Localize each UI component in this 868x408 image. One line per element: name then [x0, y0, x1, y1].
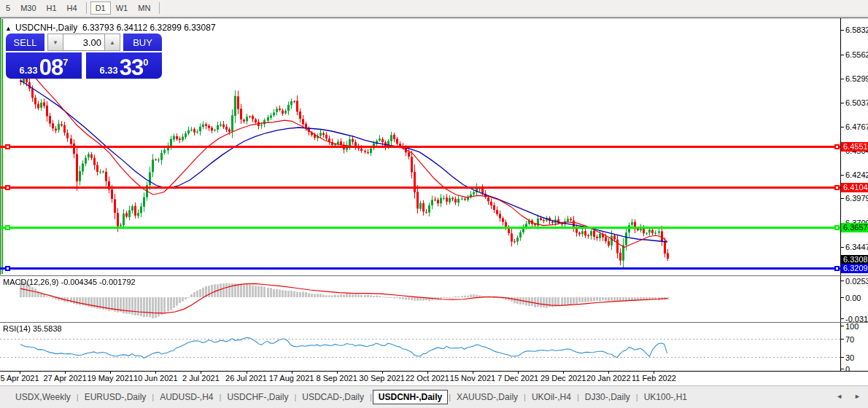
price-tick-mark — [841, 55, 844, 55]
rsi-tick-mark — [841, 326, 844, 326]
price-tick-mark — [841, 247, 844, 248]
rsi-panel-splitter[interactable] — [0, 322, 868, 323]
sell-price-prefix: 6.33 — [19, 65, 37, 76]
date-tick-label: 11 Feb 2022 — [628, 374, 679, 382]
date-tick-label: 20 Jan 2022 — [583, 374, 634, 382]
lot-decrease-button[interactable]: ▼ — [47, 34, 63, 51]
tab-separator: | — [577, 393, 579, 401]
sell-price-display[interactable]: 6.33 08 7 — [6, 52, 82, 79]
tab-scroll-arrows: ◄ ► — [836, 393, 861, 400]
date-tick-label: 22 Oct 2021 — [402, 374, 453, 382]
chart-tab-usdchf-daily[interactable]: USDCHF-,Daily — [222, 391, 293, 404]
price-level-badge-6.32098: 6.32098 — [841, 264, 868, 273]
tab-separator: | — [370, 393, 372, 401]
level-line-handle[interactable] — [834, 185, 840, 190]
rsi-indicator-canvas[interactable] — [0, 323, 840, 371]
macd-tick-mark — [841, 318, 844, 319]
price-tick-label: 6.39795 — [845, 194, 868, 203]
macd-panel-splitter[interactable] — [0, 275, 868, 276]
date-tick-label: 27 Apr 2021 — [39, 374, 90, 382]
horizontal-level-line-6.45515[interactable] — [0, 146, 840, 148]
horizontal-level-line-6.36570[interactable] — [0, 227, 840, 229]
date-axis[interactable]: 5 Apr 202127 Apr 202119 May 202110 Jun 2… — [0, 371, 868, 385]
level-line-handle[interactable] — [834, 266, 840, 271]
period-button-D1[interactable]: D1 — [90, 1, 111, 15]
chart-tab-usdx-weekly[interactable]: USDX,Weekly — [10, 391, 76, 404]
chart-tab-usdcnh-daily[interactable]: USDCNH-,Daily — [373, 390, 448, 404]
level-line-handle[interactable] — [5, 225, 10, 230]
date-tick-label: 10 Jun 2021 — [130, 374, 181, 382]
price-tick-mark — [841, 79, 844, 79]
chart-tab-eurusd-daily[interactable]: EURUSD-,Daily — [80, 391, 152, 404]
rsi-tick-mark — [841, 339, 844, 340]
macd-indicator-label: MACD(12,26,9) -0.004345 -0.001792 — [3, 278, 136, 286]
tab-separator: | — [152, 393, 154, 401]
period-button-MN[interactable]: MN — [133, 1, 155, 15]
chart-tab-ukoil-h4[interactable]: UKOil-,H4 — [527, 391, 576, 404]
macd-tick-label: 0.025357 — [845, 277, 868, 286]
level-line-handle[interactable] — [5, 144, 10, 149]
period-button-H1[interactable]: H1 — [42, 1, 62, 15]
period-button-5[interactable]: 5 — [1, 1, 15, 15]
tab-scroll-right-icon[interactable]: ► — [854, 393, 861, 400]
price-level-badge-6.45515: 6.45515 — [841, 142, 868, 152]
price-tick-label: 6.42420 — [845, 170, 868, 179]
macd-tick-mark — [841, 280, 844, 281]
toolbar-separator — [86, 2, 87, 14]
date-tick-label: 15 Nov 2021 — [447, 374, 498, 382]
date-tick-label: 26 Jul 2021 — [221, 374, 272, 382]
sell-button[interactable]: SELL — [6, 34, 44, 51]
level-line-handle[interactable] — [5, 185, 10, 190]
buy-price-pip: 0 — [143, 57, 148, 68]
rsi-indicator-label: RSI(14) 35.5838 — [3, 324, 62, 333]
chart-tab-xauusd-daily[interactable]: XAUUSD-,Daily — [452, 391, 523, 404]
rsi-tick-label: 30 — [845, 353, 854, 362]
period-button-M30[interactable]: M30 — [15, 1, 41, 15]
date-tick-label: 29 Dec 2021 — [538, 374, 589, 382]
chart-tab-usdcad-daily[interactable]: USDCAD-,Daily — [297, 391, 369, 404]
date-tick-label: 19 May 2021 — [85, 374, 136, 382]
price-tick-mark — [841, 127, 844, 128]
rsi-tick-mark — [841, 357, 844, 358]
macd-tick-label: 0.00 — [845, 294, 861, 302]
price-tick-mark — [841, 103, 844, 103]
buy-button[interactable]: BUY — [123, 34, 162, 51]
timeframe-toolbar: 5M30H1H4D1W1MN — [0, 0, 868, 17]
price-level-badge-6.41043: 6.41043 — [841, 183, 868, 192]
buy-price-prefix: 6.33 — [99, 65, 117, 76]
price-tick-mark — [841, 198, 844, 199]
tab-separator: | — [449, 393, 451, 401]
price-tick-label: 6.55620 — [845, 50, 868, 59]
date-tick-label: 5 Apr 2021 — [0, 374, 45, 382]
price-tick-label: 6.47670 — [845, 122, 868, 131]
rsi-tick-label: 70 — [845, 335, 854, 344]
collapse-panel-icon[interactable]: ▲ — [5, 25, 12, 32]
price-axis[interactable]: 6.583206.556206.529956.503706.476706.450… — [840, 18, 868, 371]
price-tick-label: 6.52995 — [845, 74, 868, 83]
date-tick-label: 30 Sep 2021 — [357, 374, 408, 382]
sell-price-main: 08 — [39, 56, 63, 79]
chart-tab-audusd-h4[interactable]: AUDUSD-,H4 — [155, 391, 218, 404]
chart-tab-uk100-h1[interactable]: UK100-,H1 — [639, 391, 692, 404]
chart-ohlc-values: 6.33793 6.34112 6.32899 6.33087 — [82, 23, 216, 33]
price-tick-label: 6.50370 — [845, 98, 868, 107]
level-line-handle[interactable] — [5, 266, 10, 271]
horizontal-level-line-6.41043[interactable] — [0, 187, 840, 189]
lot-size-input[interactable] — [63, 34, 104, 51]
period-button-H4[interactable]: H4 — [62, 1, 82, 15]
price-level-badge-6.33087: 6.33087 — [841, 255, 868, 264]
tab-scroll-left-icon[interactable]: ◄ — [836, 393, 842, 400]
buy-price-main: 33 — [120, 56, 143, 79]
chart-tab-dj30-daily[interactable]: DJ30-,Daily — [580, 391, 635, 404]
horizontal-level-line-6.32098[interactable] — [0, 267, 840, 270]
level-line-handle[interactable] — [834, 225, 840, 230]
price-tick-label: 6.34470 — [845, 243, 868, 251]
buy-price-display[interactable]: 6.33 33 0 — [86, 52, 162, 79]
rsi-tick-label: 100 — [845, 322, 859, 331]
lot-increase-button[interactable]: ▲ — [104, 34, 120, 51]
period-button-W1[interactable]: W1 — [111, 1, 133, 15]
one-click-trading-widget: SELL ▼ ▲ BUY 6.33 08 7 6.33 33 0 — [6, 34, 162, 79]
tab-separator: | — [294, 393, 296, 401]
level-line-handle[interactable] — [834, 144, 840, 149]
price-tick-mark — [841, 175, 844, 176]
